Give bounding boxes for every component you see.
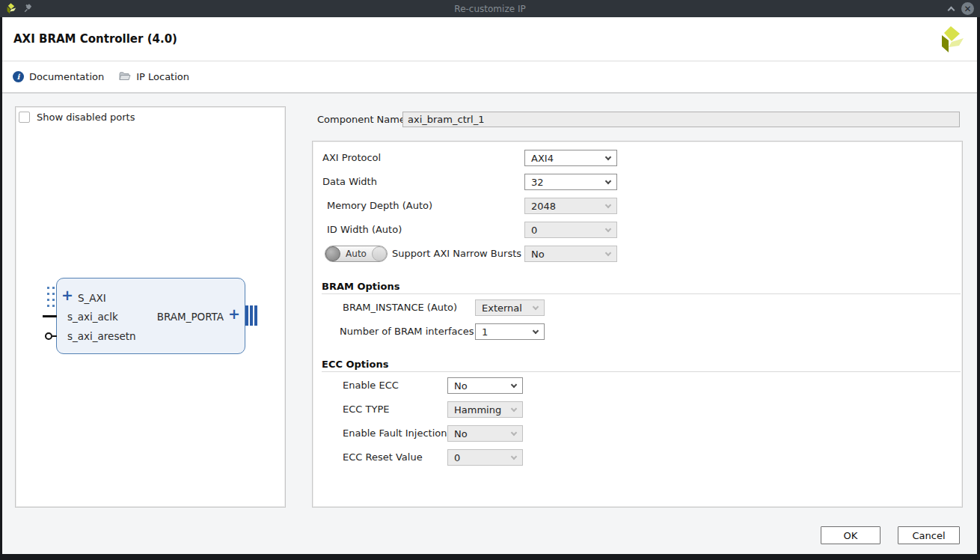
narrow-bursts-value: No — [531, 249, 545, 260]
num-bram-interfaces-dropdown[interactable]: 1 — [475, 323, 545, 340]
header: AXI BRAM Controller (4.0) — [2, 17, 977, 61]
folder-icon — [119, 71, 131, 83]
ecc-reset-value-dropdown: 0 — [447, 449, 523, 466]
toolbar: i Documentation IP Location — [2, 61, 977, 92]
axi-protocol-label: AXI Protocol — [322, 150, 381, 166]
num-bram-interfaces-value: 1 — [482, 326, 488, 338]
cancel-button[interactable]: Cancel — [898, 526, 960, 544]
data-width-value: 32 — [531, 177, 544, 188]
show-disabled-ports-label: Show disabled ports — [37, 112, 135, 123]
bram-options-rule — [322, 293, 961, 294]
memory-depth-value: 2048 — [531, 201, 556, 212]
show-disabled-ports-checkbox[interactable] — [19, 112, 30, 123]
ecc-type-value: Hamming — [454, 404, 501, 416]
ecc-type-label: ECC TYPE — [343, 401, 389, 418]
bram-bars-icon — [245, 305, 257, 326]
dialog-window: Re-customize IP ✕ AXI BRAM Controller (4… — [0, 0, 980, 560]
documentation-label: Documentation — [29, 71, 104, 82]
data-width-dropdown[interactable]: 32 — [524, 174, 617, 190]
reset-stub-icon — [45, 332, 52, 340]
enable-ecc-dropdown[interactable]: No — [447, 377, 523, 394]
chevron-down-icon — [533, 328, 539, 334]
ecc-reset-value-label: ECC Reset Value — [343, 449, 423, 466]
fault-injection-label: Enable Fault Injection — [343, 425, 447, 442]
id-width-dropdown: 0 — [524, 222, 617, 238]
clock-stub-icon — [43, 315, 57, 317]
chevron-down-icon — [511, 406, 517, 412]
plus-icon[interactable]: + — [228, 307, 240, 321]
dotted-interface-stub-icon — [47, 287, 55, 309]
auto-toggle[interactable]: Auto — [325, 246, 388, 262]
ecc-options-rule — [322, 371, 961, 372]
enable-ecc-label: Enable ECC — [343, 377, 399, 394]
narrow-bursts-label: Support AXI Narrow Bursts — [392, 246, 521, 262]
data-width-label: Data Width — [322, 174, 377, 190]
bram-porta-interface-label[interactable]: BRAM_PORTA — [157, 308, 224, 325]
fault-injection-value: No — [454, 428, 468, 439]
component-name-label: Component Name — [317, 112, 405, 127]
block-diagram-panel: Show disabled ports — [15, 106, 286, 508]
documentation-button[interactable]: i Documentation — [13, 71, 104, 82]
fault-injection-dropdown: No — [447, 425, 523, 442]
chevron-down-icon — [605, 202, 611, 208]
id-width-value: 0 — [531, 225, 537, 236]
bram-instance-value: External — [482, 302, 522, 314]
page-title: AXI BRAM Controller (4.0) — [13, 17, 177, 61]
memory-depth-label: Memory Depth (Auto) — [327, 198, 432, 214]
enable-ecc-value: No — [454, 380, 468, 392]
chevron-down-icon — [605, 154, 611, 160]
chevron-down-icon — [605, 178, 611, 184]
chevron-down-icon — [511, 454, 517, 460]
options-groupbox: AXI Protocol AXI4 Data Width 32 Memory D… — [312, 141, 963, 508]
num-bram-interfaces-label: Number of BRAM interfaces — [340, 323, 474, 340]
toggle-label: Auto — [325, 246, 387, 261]
info-circle-icon: i — [13, 71, 24, 82]
titlebar[interactable]: Re-customize IP ✕ — [0, 0, 980, 17]
chevron-down-icon — [605, 226, 611, 232]
s-axi-interface-label[interactable]: S_AXI — [78, 290, 106, 306]
ip-block[interactable]: + S_AXI s_axi_aclk BRAM_PORTA + s_axi_ar… — [56, 278, 245, 354]
chevron-down-icon — [533, 304, 539, 310]
toolbar-divider — [2, 92, 977, 94]
axi-protocol-dropdown[interactable]: AXI4 — [524, 150, 617, 166]
chevron-down-icon — [511, 382, 517, 388]
ip-location-label: IP Location — [136, 71, 189, 82]
clock-port-label[interactable]: s_axi_aclk — [67, 308, 118, 325]
memory-depth-dropdown: 2048 — [524, 198, 617, 214]
ecc-options-title: ECC Options — [322, 359, 388, 371]
component-name-input[interactable] — [402, 112, 960, 127]
bram-options-title: BRAM Options — [322, 281, 399, 293]
dialog-content: AXI BRAM Controller (4.0) i Documentatio… — [2, 17, 977, 554]
bram-instance-dropdown: External — [475, 299, 545, 316]
axi-protocol-value: AXI4 — [531, 153, 554, 164]
window-title: Re-customize IP — [0, 4, 980, 14]
bram-instance-label: BRAM_INSTANCE (Auto) — [343, 299, 457, 316]
show-disabled-ports-row[interactable]: Show disabled ports — [19, 112, 135, 123]
collapse-icon[interactable] — [948, 7, 955, 14]
narrow-bursts-dropdown: No — [524, 246, 617, 262]
ip-location-button[interactable]: IP Location — [119, 71, 189, 83]
plus-icon[interactable]: + — [61, 288, 73, 302]
chevron-down-icon — [605, 250, 611, 256]
ecc-reset-value-value: 0 — [454, 452, 460, 463]
reset-port-label[interactable]: s_axi_aresetn — [67, 328, 136, 344]
id-width-label: ID Width (Auto) — [327, 222, 402, 238]
xilinx-logo — [935, 24, 965, 56]
ecc-type-dropdown: Hamming — [447, 401, 523, 418]
chevron-down-icon — [511, 430, 517, 436]
reset-stub-tail — [52, 335, 57, 337]
close-icon[interactable]: ✕ — [961, 2, 974, 15]
ok-button[interactable]: OK — [821, 526, 881, 544]
